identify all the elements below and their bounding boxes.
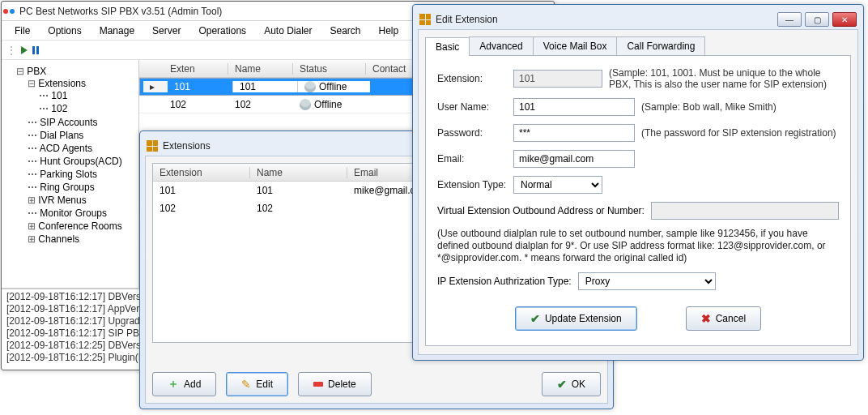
cancel-button[interactable]: ✖Cancel: [686, 306, 761, 331]
tree-root[interactable]: PBX: [27, 66, 46, 77]
tab-voicemail[interactable]: Voice Mail Box: [533, 36, 618, 55]
hint-password: (The password for SIP extension registra…: [641, 127, 836, 139]
main-title: PC Best Networks SIP PBX v3.51 (Admin To…: [19, 6, 222, 17]
avatar-icon: [300, 99, 311, 110]
label-extension: Extension:: [437, 73, 507, 84]
email-field[interactable]: [513, 150, 635, 168]
col-extension[interactable]: Extension: [153, 167, 250, 178]
extensions-title: Extensions: [163, 140, 211, 152]
hint-extension: (Sample: 101, 1001. Must be unique to th…: [609, 67, 836, 90]
tab-basic[interactable]: Basic: [425, 37, 470, 56]
update-extension-button[interactable]: ✔Update Extension: [515, 306, 637, 331]
username-field[interactable]: [513, 98, 635, 116]
virtual-address-field: [651, 202, 839, 220]
play-icon[interactable]: [21, 46, 28, 54]
tree-ring-groups[interactable]: ⋯ Ring Groups: [28, 181, 135, 194]
tree-ext-101[interactable]: ⋯ 101: [39, 89, 135, 102]
menu-file[interactable]: File: [6, 24, 38, 38]
minimize-button[interactable]: —: [777, 12, 802, 27]
minus-icon: [313, 382, 323, 387]
toolbar-grip: ⋮: [6, 45, 16, 56]
edit-titlebar[interactable]: Edit Extension — ▢ ✕: [418, 10, 858, 29]
edit-button[interactable]: ✎Edit: [226, 372, 288, 396]
tree-ivr-menus[interactable]: ⊞ IVR Menus: [28, 194, 135, 207]
window-icon: [147, 140, 158, 152]
menu-autodialer[interactable]: Auto Dialer: [256, 24, 320, 38]
label-username: User Name:: [437, 101, 507, 113]
col-exten[interactable]: Exten: [164, 63, 228, 75]
password-field[interactable]: [513, 124, 635, 142]
cross-icon: ✖: [701, 312, 711, 325]
menu-options[interactable]: Options: [40, 24, 89, 38]
menu-server[interactable]: Server: [144, 24, 189, 38]
label-email: Email:: [437, 153, 507, 165]
col-status[interactable]: Status: [293, 63, 366, 75]
plus-icon: ＋: [168, 377, 179, 391]
add-button[interactable]: ＋Add: [152, 372, 216, 396]
tree-extensions[interactable]: Extensions: [38, 78, 86, 89]
extension-field: [513, 70, 602, 88]
menu-help[interactable]: Help: [371, 24, 407, 38]
tree-hunt-groups[interactable]: ⋯ Hunt Groups(ACD): [28, 155, 135, 168]
app-icon: [3, 6, 15, 17]
tree-channels[interactable]: ⊞ Channels: [28, 233, 135, 246]
check-icon: ✔: [557, 378, 567, 391]
tree-dial-plans[interactable]: ⋯ Dial Plans: [28, 129, 135, 142]
menu-manage[interactable]: Manage: [91, 24, 143, 38]
edit-title: Edit Extension: [436, 14, 498, 25]
nav-tree[interactable]: ⊟ PBX ⊟ Extensions ⋯ 101 ⋯ 102 ⋯ SIP Acc…: [2, 60, 139, 288]
menu-search[interactable]: Search: [322, 24, 369, 38]
avatar-icon: [304, 81, 316, 92]
pause-icon[interactable]: [32, 46, 39, 54]
tree-ext-102[interactable]: ⋯ 102: [39, 102, 135, 115]
ok-button[interactable]: ✔OK: [542, 372, 601, 396]
edit-extension-window: Edit Extension — ▢ ✕ Basic Advanced Voic…: [412, 4, 864, 361]
tree-sip-accounts[interactable]: ⋯ SIP Accounts: [28, 116, 135, 129]
tree-monitor-groups[interactable]: ⋯ Monitor Groups: [28, 207, 135, 220]
tab-call-forwarding[interactable]: Call Forwarding: [616, 36, 705, 55]
hint-username: (Sample: Bob wall, Mike Smith): [641, 101, 777, 113]
window-icon: [419, 14, 431, 25]
col-name[interactable]: Name: [228, 63, 293, 75]
pencil-icon: ✎: [241, 378, 251, 391]
label-ext-type: Extension Type:: [437, 179, 507, 190]
delete-button[interactable]: Delete: [298, 372, 372, 396]
check-icon: ✔: [530, 312, 540, 325]
label-password: Password:: [437, 127, 507, 139]
auth-type-select[interactable]: Proxy: [578, 272, 716, 290]
extension-type-select[interactable]: Normal: [513, 176, 602, 194]
virtual-note: (Use outbound dialplan rule to set outbo…: [437, 228, 839, 264]
label-authtype: IP Extension Authrization Type:: [437, 276, 572, 287]
maximize-button[interactable]: ▢: [805, 12, 829, 27]
tabs: Basic Advanced Voice Mail Box Call Forwa…: [425, 36, 851, 56]
label-virtual: Virtual Extension Outbound Address or Nu…: [437, 205, 645, 216]
tree-conference-rooms[interactable]: ⊞ Conference Rooms: [28, 220, 135, 233]
tree-parking-slots[interactable]: ⋯ Parking Slots: [28, 168, 135, 181]
tab-advanced[interactable]: Advanced: [469, 36, 533, 55]
tree-acd-agents[interactable]: ⋯ ACD Agents: [28, 142, 135, 155]
close-button[interactable]: ✕: [832, 12, 857, 27]
col-name[interactable]: Name: [250, 167, 347, 178]
menu-operations[interactable]: Operations: [190, 24, 254, 38]
